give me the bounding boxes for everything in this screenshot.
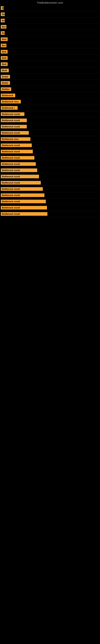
- bottleneck-label: Bottleneck result: [1, 125, 27, 128]
- bottleneck-label: Bott: [1, 38, 8, 41]
- list-item: Bottleneck: [0, 92, 100, 98]
- site-title: TheBottlenecker.com: [0, 0, 100, 5]
- list-item: Bottleneck r: [0, 105, 100, 111]
- list-item: Bottleneck result: [0, 198, 100, 205]
- items-container: BBoBoBotBoBottBotBottBottBottBottlBottle…: [0, 5, 100, 221]
- list-item: Bottleneck result: [0, 205, 100, 211]
- bottleneck-label: Bo: [1, 31, 5, 35]
- bottleneck-label: Bottleneck result: [1, 175, 39, 178]
- list-item: Bo: [0, 11, 100, 18]
- bottleneck-label: Bottleneck result: [1, 187, 43, 191]
- list-item: Bot: [0, 24, 100, 30]
- list-item: Bottleneck result: [0, 192, 100, 198]
- bottleneck-label: Bo: [1, 12, 5, 16]
- bottleneck-label: Bottleneck result: [1, 194, 44, 197]
- bottleneck-label: Bottleneck r: [1, 106, 18, 110]
- bottleneck-label: Bottleneck result: [1, 118, 27, 122]
- bottleneck-label: Bottleneck result: [1, 212, 48, 216]
- list-item: Bottleneck result: [0, 148, 100, 155]
- bottleneck-label: Bottleneck resu: [1, 137, 30, 141]
- list-item: Bott: [0, 36, 100, 42]
- list-item: Bottleneck resu: [0, 98, 100, 105]
- bottleneck-label: Bott: [1, 62, 8, 66]
- list-item: Bottle: [0, 80, 100, 86]
- bottleneck-label: Bott: [1, 50, 8, 54]
- list-item: Bo: [0, 18, 100, 24]
- list-item: Bottleneck result: [0, 130, 100, 136]
- list-item: Bottleneck result: [0, 124, 100, 130]
- bottleneck-label: Bottleneck result: [1, 206, 47, 210]
- bottleneck-label: Bottleneck result: [1, 162, 36, 166]
- list-item: Bottleneck result: [0, 111, 100, 117]
- list-item: Bottle: [0, 74, 100, 80]
- bottleneck-label: Bottleneck result: [1, 200, 46, 203]
- bottleneck-label: Bott: [1, 56, 8, 60]
- list-item: B: [0, 5, 100, 11]
- bottleneck-label: Bo: [1, 19, 5, 22]
- bottleneck-label: Bottleneck result: [1, 112, 24, 116]
- list-item: Bott: [0, 61, 100, 68]
- list-item: Bottleneck result: [0, 167, 100, 174]
- bottleneck-label: Bottleneck result: [1, 144, 32, 147]
- bottleneck-label: Bottleneck result: [1, 131, 29, 135]
- list-item: Bottleneck result: [0, 142, 100, 148]
- list-item: Bottlen: [0, 86, 100, 92]
- list-item: Bottleneck result: [0, 117, 100, 124]
- bottleneck-label: Bottl: [1, 69, 9, 72]
- list-item: Bott: [0, 55, 100, 61]
- bottleneck-label: Bottleneck: [1, 94, 15, 97]
- list-item: Bottleneck result: [0, 186, 100, 192]
- bottleneck-label: Bottleneck result: [1, 168, 37, 172]
- bottleneck-label: Bot: [1, 25, 6, 28]
- bottleneck-label: Bottleneck result: [1, 156, 34, 160]
- bottleneck-label: Bottle: [1, 75, 10, 78]
- list-item: Bot: [0, 42, 100, 49]
- list-item: Bo: [0, 30, 100, 36]
- list-item: Bottleneck result: [0, 161, 100, 167]
- list-item: Bottleneck result: [0, 155, 100, 161]
- list-item: Bott: [0, 49, 100, 55]
- bottleneck-label: Bottle: [1, 81, 10, 85]
- list-item: Bottleneck result: [0, 211, 100, 217]
- list-item: Bottleneck resu: [0, 136, 100, 142]
- bottleneck-label: Bottleneck result: [1, 150, 33, 153]
- list-item: Bottleneck result: [0, 174, 100, 180]
- bottleneck-label: Bottleneck result: [1, 181, 41, 184]
- list-item: Bottleneck result: [0, 180, 100, 186]
- list-item: Bottl: [0, 68, 100, 74]
- bottleneck-label: Bottleneck resu: [1, 100, 21, 104]
- bottleneck-label: Bottlen: [1, 87, 11, 91]
- bottleneck-label: Bot: [1, 44, 6, 47]
- bottleneck-label: B: [1, 6, 3, 10]
